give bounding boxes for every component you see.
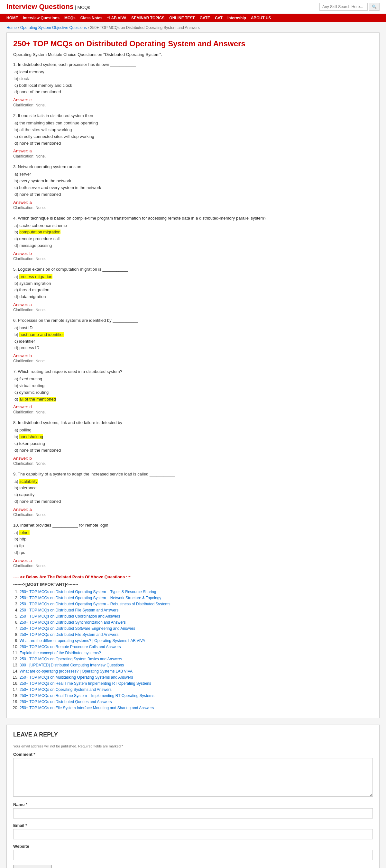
comment-label: Comment *	[13, 752, 373, 757]
related-link[interactable]: 250+ TOP MCQs on Distributed Operating S…	[20, 602, 171, 606]
search-bar: 🔍	[319, 3, 380, 10]
related-list-item: 250+ TOP MCQs on Operating System Basics…	[20, 656, 373, 661]
post-comment-button[interactable]: Post Comment	[13, 865, 52, 868]
question-text: 1. In distributed system, each processor…	[13, 62, 373, 67]
related-list-item: 250+ TOP MCQs on Real Time System – Impl…	[20, 693, 373, 698]
nav-home[interactable]: HOME	[6, 16, 18, 20]
answer-line: Answer: d	[13, 404, 373, 409]
reply-note: Your email address will not be published…	[13, 744, 373, 748]
option: c) remote procedure call	[14, 236, 373, 242]
name-group: Name *	[13, 802, 373, 818]
nav-interview-questions[interactable]: Interview Questions	[23, 16, 60, 20]
nav-internship[interactable]: Internship	[228, 16, 246, 20]
related-posts-section: ---- >> Below Are The Related Posts Of A…	[13, 575, 373, 710]
option: c) token passing	[14, 440, 373, 447]
website-group: Website	[13, 844, 373, 860]
related-link[interactable]: 250+ TOP MCQs on Distributed File System…	[20, 632, 118, 637]
nav-mcqs[interactable]: MCQs	[64, 16, 76, 20]
site-title: Interview Questions | MCQs	[6, 3, 90, 11]
breadcrumb-parent[interactable]: Operating System Objective Questions	[20, 25, 87, 30]
options: a) process migrationb) system migrationc…	[14, 274, 373, 300]
options: a) scalabilityb) tolerancec) capacityd) …	[14, 478, 373, 505]
related-list-item: 250+ TOP MCQs on Multitasking Operating …	[20, 675, 373, 680]
related-list-item: What are the different operating systems…	[20, 638, 373, 643]
option: a) scalability	[14, 478, 373, 485]
related-link[interactable]: 250+ TOP MCQs on Distributed Operating S…	[20, 596, 161, 600]
options: a) local memoryb) clockc) both local mem…	[14, 69, 373, 95]
related-link[interactable]: 250+ TOP MCQs on Distributed Synchroniza…	[20, 620, 126, 625]
answer-line: Answer: a	[13, 200, 373, 205]
answer-line: Answer: a	[13, 507, 373, 512]
nav-about-us[interactable]: ABOUT US	[251, 16, 271, 20]
website-input[interactable]	[13, 850, 373, 860]
related-link[interactable]: 250+ TOP MCQs on Distributed Operating S…	[20, 590, 156, 594]
option: c) dynamic routing	[14, 389, 373, 396]
related-link[interactable]: 250+ TOP MCQs on Distributed File System…	[20, 608, 118, 613]
answer-line: Answer: a	[13, 558, 373, 563]
related-link[interactable]: 250+ TOP MCQs on Distributed Software En…	[20, 626, 135, 631]
nav-online-test[interactable]: ONLINE TEST	[169, 16, 195, 20]
related-link[interactable]: 250+ TOP MCQs on Real Time System – Impl…	[20, 693, 154, 698]
nav-lab-viva[interactable]: *LAB VIVA	[107, 16, 126, 20]
option: b) system migration	[14, 280, 373, 287]
email-label: Email *	[13, 823, 373, 828]
breadcrumb-current: 250+ TOP MCQs on Distributed Operating S…	[90, 25, 200, 30]
related-link[interactable]: What are co-operating processes? | Opera…	[20, 669, 132, 674]
question-block: 1. In distributed system, each processor…	[13, 62, 373, 107]
related-link[interactable]: 250+ TOP MCQs on Real Time System Implem…	[20, 681, 151, 686]
clarification: Clarification: None.	[13, 359, 373, 363]
related-list: 250+ TOP MCQs on Distributed Operating S…	[20, 589, 373, 710]
clarification: Clarification: None.	[13, 461, 373, 466]
option: c) capacity	[14, 492, 373, 498]
answer-line: Answer: b	[13, 353, 373, 358]
search-button[interactable]: 🔍	[369, 3, 380, 10]
options: a) pollingb) handshakingc) token passing…	[14, 427, 373, 454]
search-input[interactable]	[319, 3, 368, 10]
important-header: ------->[MOST IMPORTANT]<-------	[13, 582, 373, 587]
related-link[interactable]: Explain the concept of the Distributed s…	[20, 651, 101, 655]
website-label: Website	[13, 844, 373, 849]
email-input[interactable]	[13, 829, 373, 839]
name-input[interactable]	[13, 808, 373, 818]
related-link[interactable]: 250+ TOP MCQs on File System Interface M…	[20, 706, 154, 710]
option: d) all of the mentioned	[14, 396, 373, 403]
related-link[interactable]: 250+ TOP MCQs on Distributed Queries and…	[20, 700, 112, 704]
related-list-item: 250+ TOP MCQs on Distributed Operating S…	[20, 595, 373, 600]
related-link[interactable]: 250+ TOP MCQs on Distributed Coordinatio…	[20, 614, 120, 619]
questions-container: 1. In distributed system, each processor…	[13, 62, 373, 568]
content-main: 250+ TOP MCQs on Distributed Operating S…	[6, 32, 380, 718]
breadcrumb-home[interactable]: Home	[6, 25, 17, 30]
options: a) host IDb) host name and identifierc) …	[14, 325, 373, 351]
option: a) cache coherence scheme	[14, 222, 373, 229]
options: a) cache coherence schemeb) computation …	[14, 222, 373, 249]
leave-reply-section: LEAVE A REPLY Your email address will no…	[6, 724, 380, 868]
related-list-item: 250+ TOP MCQs on Distributed Synchroniza…	[20, 620, 373, 625]
related-link[interactable]: 250+ TOP MCQs on Operating System Basics…	[20, 657, 122, 661]
nav-cat[interactable]: CAT	[215, 16, 222, 20]
clarification: Clarification: None.	[13, 103, 373, 107]
nav-gate[interactable]: GATE	[200, 16, 210, 20]
option: b) computation migration	[14, 229, 373, 236]
related-list-item: 250+ TOP MCQs on Distributed Coordinatio…	[20, 614, 373, 619]
nav-class-notes[interactable]: Class Notes	[81, 16, 102, 20]
related-list-item: 250+ TOP MCQs on Operating Systems and A…	[20, 687, 373, 692]
option: c) both server and every system in the n…	[14, 185, 373, 191]
related-link[interactable]: What are the different operating systems…	[20, 639, 145, 643]
option: a) local memory	[14, 69, 373, 75]
related-link[interactable]: 250+ TOP MCQs on Operating Systems and A…	[20, 687, 112, 692]
answer-line: Answer: a	[13, 149, 373, 153]
nav-seminar-topics[interactable]: SEMINAR TOPICS	[131, 16, 165, 20]
option: a) fixed routing	[14, 376, 373, 382]
option: b) all the sites will stop working	[14, 127, 373, 133]
comment-textarea[interactable]	[13, 758, 373, 797]
related-list-item: 250+ TOP MCQs on File System Interface M…	[20, 705, 373, 710]
option: d) none of the mentioned	[14, 140, 373, 147]
related-link[interactable]: 250+ TOP MCQs on Remote Procedure Calls …	[20, 645, 121, 649]
clarification: Clarification: None.	[13, 206, 373, 210]
option: a) host ID	[14, 325, 373, 332]
option: d) process ID	[14, 345, 373, 351]
related-link[interactable]: 300+ [UPDATED] Distributed Computing Int…	[20, 663, 124, 668]
related-header: ---- >> Below Are The Related Posts Of A…	[13, 575, 373, 579]
related-link[interactable]: 250+ TOP MCQs on Multitasking Operating …	[20, 675, 133, 680]
options: a) fixed routingb) virtual routingc) dyn…	[14, 376, 373, 403]
